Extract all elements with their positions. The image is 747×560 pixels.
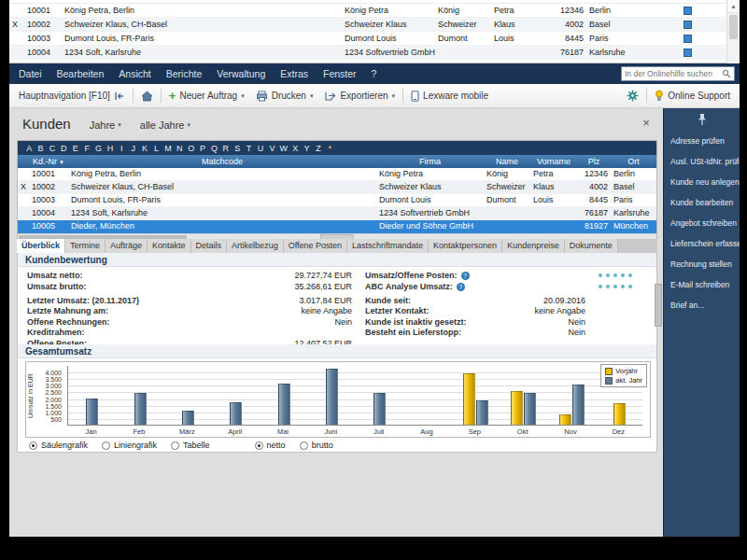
alphabet-letter-A[interactable]: A <box>23 144 35 153</box>
menu-item-1[interactable]: Bearbeiten <box>49 63 112 84</box>
alphabet-letter-X[interactable]: X <box>289 144 301 153</box>
radio-graph-2[interactable]: Tabelle <box>171 441 210 450</box>
sidebar-action-4[interactable]: Angebot schreiben <box>664 213 740 233</box>
column-header-6[interactable]: Ort <box>611 155 656 168</box>
alphabet-letter-G[interactable]: G <box>92 144 104 153</box>
view-dropdown[interactable]: Jahre ▾ <box>90 119 121 131</box>
alphabet-letter-B[interactable]: B <box>35 144 46 153</box>
top-table-scrollbar[interactable]: ▲ <box>726 0 740 63</box>
menu-item-5[interactable]: Extras <box>273 63 316 84</box>
tab-1[interactable]: Termine <box>65 239 106 253</box>
home-button[interactable] <box>135 86 159 106</box>
sidebar-action-5[interactable]: Lieferschein erfassen <box>664 233 740 254</box>
cell-ort: Berlin <box>611 168 656 180</box>
menu-item-7[interactable]: ? <box>364 63 385 84</box>
alphabet-letter-W[interactable]: W <box>278 144 289 153</box>
radio-value-1[interactable]: brutto <box>300 441 333 450</box>
radio-value-0[interactable]: netto <box>255 441 286 450</box>
menu-item-6[interactable]: Fenster <box>316 63 364 84</box>
close-icon[interactable]: × <box>639 116 654 130</box>
alphabet-letter-E[interactable]: E <box>70 144 81 153</box>
tab-0[interactable]: Überblick <box>17 239 65 253</box>
tab-8[interactable]: Kontaktpersonen <box>429 239 502 253</box>
online-help-search[interactable] <box>621 66 735 81</box>
search-input[interactable] <box>625 69 722 78</box>
alphabet-letter-D[interactable]: D <box>58 144 69 153</box>
table-row[interactable]: 10003Dumont Louis, FR-ParisDumont LouisD… <box>9 32 726 46</box>
sidebar-action-3[interactable]: Kunde bearbeiten <box>664 192 740 213</box>
column-header-0[interactable]: Kd.-Nr▼ <box>29 155 68 168</box>
alphabet-letter-*[interactable]: * <box>324 144 335 153</box>
scroll-up-icon[interactable]: ▲ <box>727 0 740 13</box>
alphabet-letter-F[interactable]: F <box>81 144 92 153</box>
menu-item-2[interactable]: Ansicht <box>111 63 158 84</box>
legend-entry: akt. Jahr <box>605 376 642 385</box>
alphabet-letter-P[interactable]: P <box>197 144 208 153</box>
alphabet-letter-C[interactable]: C <box>47 144 58 153</box>
info-icon[interactable]: ? <box>457 283 465 291</box>
sidebar-action-8[interactable]: Brief an... <box>664 295 740 315</box>
radio-graph-0[interactable]: Säulengrafik <box>29 441 88 450</box>
tab-5[interactable]: Artikelbezug <box>227 239 284 253</box>
alphabet-letter-M[interactable]: M <box>162 144 174 153</box>
table-row[interactable]: X10002Schweizer Klaus, CH-BaselSchweizer… <box>18 181 656 194</box>
drucken-button[interactable]: Drucken ▾ <box>250 86 319 106</box>
table-row[interactable]: 100041234 Soft, Karlsruhe1234 Softvertri… <box>18 207 656 220</box>
alphabet-letter-Z[interactable]: Z <box>313 144 324 153</box>
sidebar-pin[interactable] <box>664 108 740 131</box>
table-row[interactable]: 10001König Petra, BerlinKönig PetraKönig… <box>9 4 726 18</box>
tab-9[interactable]: Kundenpreise <box>502 239 565 253</box>
column-header-2[interactable]: Firma <box>376 155 484 168</box>
hauptnavigation-button[interactable]: Hauptnavigation [F10] <box>13 86 131 106</box>
sidebar-action-7[interactable]: E-Mail schreiben <box>664 274 740 295</box>
column-header-5[interactable]: Plz <box>577 155 611 168</box>
menu-item-0[interactable]: Datei <box>11 63 49 84</box>
x-tick-label: Mai <box>259 427 306 436</box>
column-header-4[interactable]: Vorname <box>530 155 577 168</box>
alphabet-letter-K[interactable]: K <box>139 144 150 153</box>
filter-dropdown[interactable]: alle Jahre ▾ <box>140 119 190 131</box>
alphabet-letter-O[interactable]: O <box>185 144 196 153</box>
alphabet-letter-Q[interactable]: Q <box>208 144 219 153</box>
sidebar-action-6[interactable]: Rechnung stellen <box>664 254 740 274</box>
table-row[interactable]: 10001König Petra, BerlinKönig PetraKönig… <box>18 168 656 181</box>
column-header-3[interactable]: Name <box>484 155 530 168</box>
lexware-mobile-button[interactable]: Lexware mobile <box>405 86 494 106</box>
sidebar-action-2[interactable]: Kunde neu anlegen <box>664 172 740 192</box>
vertical-scrollbar-thumb[interactable] <box>655 284 662 327</box>
alphabet-letter-J[interactable]: J <box>128 144 139 153</box>
table-row[interactable]: 100041234 Soft, Karlsruhe1234 Softvertri… <box>9 46 726 60</box>
tab-4[interactable]: Details <box>191 239 228 253</box>
exportieren-button[interactable]: Exportieren ▾ <box>318 86 401 106</box>
table-row[interactable]: 10003Dumont Louis, FR-ParisDumont LouisD… <box>18 194 656 207</box>
radio-graph-1[interactable]: Liniengrafik <box>102 441 157 450</box>
menu-item-4[interactable]: Verwaltung <box>209 63 273 84</box>
settings-button[interactable] <box>621 86 644 106</box>
scrollbar-thumb[interactable] <box>729 15 738 39</box>
alphabet-letter-U[interactable]: U <box>255 144 266 153</box>
alphabet-letter-H[interactable]: H <box>105 144 116 153</box>
tab-7[interactable]: Lastschriftmandate <box>347 239 429 253</box>
column-header-1[interactable]: Matchcode <box>68 155 376 168</box>
y-tick-label: 2.500 <box>26 389 62 396</box>
tab-2[interactable]: Aufträge <box>106 239 148 253</box>
tab-10[interactable]: Dokumente <box>565 239 618 253</box>
alphabet-letter-S[interactable]: S <box>232 144 243 153</box>
info-icon[interactable]: ? <box>461 272 470 280</box>
table-row[interactable]: X10002Schweizer Klaus, CH-BaselSchweizer… <box>9 18 726 32</box>
tab-6[interactable]: Offene Posten <box>284 239 347 253</box>
alphabet-letter-I[interactable]: I <box>116 144 127 153</box>
sidebar-action-1[interactable]: Ausl. USt-IdNr. prüfen <box>664 151 740 172</box>
table-row[interactable]: 10005Dieder, MünchenDieder und Söhne Gmb… <box>18 220 656 233</box>
alphabet-letter-Y[interactable]: Y <box>301 144 312 153</box>
sidebar-action-0[interactable]: Adresse prüfen <box>664 131 740 151</box>
menu-item-3[interactable]: Berichte <box>159 63 210 84</box>
alphabet-letter-R[interactable]: R <box>220 144 232 153</box>
alphabet-letter-V[interactable]: V <box>266 144 277 153</box>
alphabet-letter-N[interactable]: N <box>174 144 185 153</box>
alphabet-letter-L[interactable]: L <box>150 144 162 153</box>
tab-3[interactable]: Kontakte <box>148 239 191 253</box>
online-support-button[interactable]: Online Support <box>649 86 736 106</box>
alphabet-letter-T[interactable]: T <box>243 144 254 153</box>
neuer-auftrag-button[interactable]: + Neuer Auftrag ▾ <box>163 86 250 106</box>
